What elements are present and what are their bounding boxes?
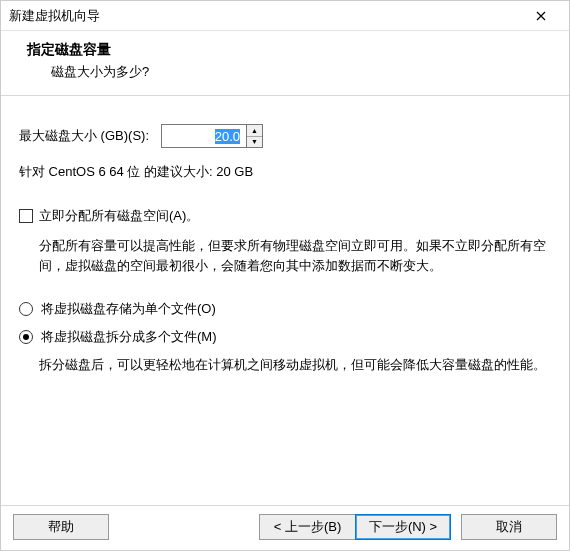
wizard-header: 指定磁盘容量 磁盘大小为多少? <box>1 31 569 96</box>
split-multiple-files-label: 将虚拟磁盘拆分成多个文件(M) <box>41 327 217 347</box>
allocate-now-checkbox-row[interactable]: 立即分配所有磁盘空间(A)。 <box>19 206 551 226</box>
disk-size-spinner[interactable]: ▲ ▼ <box>161 124 263 148</box>
split-multiple-files-radio-row[interactable]: 将虚拟磁盘拆分成多个文件(M) <box>19 327 551 347</box>
disk-size-input[interactable] <box>161 124 247 148</box>
suggested-size-text: 针对 CentOS 6 64 位 的建议大小: 20 GB <box>19 162 551 182</box>
next-button[interactable]: 下一步(N) > <box>355 514 451 540</box>
spinner-down-icon[interactable]: ▼ <box>247 137 262 148</box>
cancel-button[interactable]: 取消 <box>461 514 557 540</box>
max-disk-size-row: 最大磁盘大小 (GB)(S): ▲ ▼ <box>19 124 551 148</box>
content-area: 最大磁盘大小 (GB)(S): ▲ ▼ 针对 CentOS 6 64 位 的建议… <box>1 96 569 505</box>
split-description: 拆分磁盘后，可以更轻松地在计算机之间移动虚拟机，但可能会降低大容量磁盘的性能。 <box>19 355 551 375</box>
help-button[interactable]: 帮助 <box>13 514 109 540</box>
close-icon <box>536 11 546 21</box>
close-button[interactable] <box>521 7 561 24</box>
allocate-description: 分配所有容量可以提高性能，但要求所有物理磁盘空间立即可用。如果不立即分配所有空间… <box>19 236 551 276</box>
wizard-window: 新建虚拟机向导 指定磁盘容量 磁盘大小为多少? 最大磁盘大小 (GB)(S): … <box>0 0 570 551</box>
store-single-file-radio[interactable] <box>19 302 33 316</box>
spinner-up-icon[interactable]: ▲ <box>247 125 262 137</box>
back-button[interactable]: < 上一步(B) <box>259 514 355 540</box>
button-bar: 帮助 < 上一步(B) 下一步(N) > 取消 <box>1 505 569 550</box>
store-single-file-radio-row[interactable]: 将虚拟磁盘存储为单个文件(O) <box>19 299 551 319</box>
window-title: 新建虚拟机向导 <box>9 7 521 25</box>
allocate-now-checkbox[interactable] <box>19 209 33 223</box>
radio-selected-icon <box>23 334 29 340</box>
page-subtitle: 磁盘大小为多少? <box>27 63 561 81</box>
page-title: 指定磁盘容量 <box>27 41 561 59</box>
allocate-now-label: 立即分配所有磁盘空间(A)。 <box>39 206 199 226</box>
store-single-file-label: 将虚拟磁盘存储为单个文件(O) <box>41 299 216 319</box>
spinner-buttons: ▲ ▼ <box>247 124 263 148</box>
max-disk-size-label: 最大磁盘大小 (GB)(S): <box>19 126 149 146</box>
titlebar: 新建虚拟机向导 <box>1 1 569 31</box>
split-multiple-files-radio[interactable] <box>19 330 33 344</box>
